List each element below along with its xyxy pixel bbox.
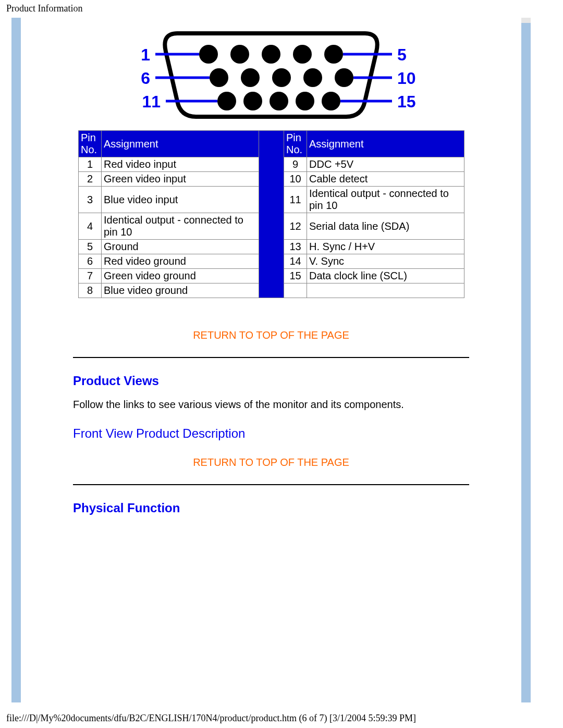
section-divider [73, 357, 469, 358]
pin-no: 5 [79, 240, 102, 254]
pin-no: 11 [284, 187, 307, 213]
svg-point-13 [296, 92, 314, 110]
pin-label-5: 5 [397, 45, 407, 64]
pin-assign: Identical output - connected to pin 10 [307, 187, 464, 213]
pin-no: 1 [79, 157, 102, 172]
svg-point-12 [270, 92, 288, 110]
product-views-text: Follow the links to see various views of… [73, 399, 469, 411]
pin-no: 6 [79, 254, 102, 269]
pin-label-10: 10 [397, 69, 416, 88]
pin-assign: Blue video ground [102, 283, 259, 298]
svg-point-11 [243, 92, 262, 110]
col-pin-no-2: Pin No. [284, 131, 307, 157]
pin-assign: Cable detect [307, 172, 464, 187]
footer-path: file:///D|/My%20documents/dfu/B2C/ENGLIS… [6, 713, 416, 724]
svg-point-2 [262, 45, 280, 64]
svg-point-1 [230, 45, 249, 64]
front-view-link[interactable]: Front View Product Description [73, 426, 245, 440]
pin-no: 13 [284, 240, 307, 254]
product-views-heading: Product Views [73, 374, 521, 388]
pin-assign: V. Sync [307, 254, 464, 269]
return-to-top-link[interactable]: RETURN TO TOP OF THE PAGE [193, 456, 349, 468]
pin-no: 2 [79, 172, 102, 187]
pin-assign: Green video input [102, 172, 259, 187]
pin-assign: Serial data line (SDA) [307, 213, 464, 240]
pin-no: 7 [79, 269, 102, 283]
svg-point-5 [210, 68, 228, 87]
pin-no: 3 [79, 187, 102, 213]
pin-no: 14 [284, 254, 307, 269]
svg-point-14 [322, 92, 340, 110]
pin-assign: Data clock line (SCL) [307, 269, 464, 283]
pin-no: 10 [284, 172, 307, 187]
svg-point-8 [303, 68, 322, 87]
pin-label-15: 15 [397, 92, 416, 111]
col-assignment-2: Assignment [307, 131, 464, 157]
svg-point-3 [293, 45, 312, 64]
pin-no: 4 [79, 213, 102, 240]
pin-label-6: 6 [141, 69, 150, 88]
pin-assign: Red video ground [102, 254, 259, 269]
pin-no: 8 [79, 283, 102, 298]
pin-no: 9 [284, 157, 307, 172]
pin-no: 12 [284, 213, 307, 240]
scrollbar-thumb[interactable] [521, 18, 531, 23]
pin-assign: Red video input [102, 157, 259, 172]
svg-point-0 [199, 45, 218, 64]
col-pin-no: Pin No. [79, 131, 102, 157]
pin-assign: DDC +5V [307, 157, 464, 172]
pin-assign: H. Sync / H+V [307, 240, 464, 254]
return-to-top-link[interactable]: RETURN TO TOP OF THE PAGE [193, 329, 349, 341]
inner-page: 1 6 11 5 10 15 Pin No. Assignment [21, 18, 521, 702]
table-divider [259, 131, 284, 298]
pin-assign: Green video ground [102, 269, 259, 283]
pin-label-1: 1 [141, 45, 150, 64]
svg-point-7 [272, 68, 291, 87]
empty-cell [307, 283, 464, 298]
table-header-row: Pin No. Assignment Pin No. Assignment [79, 131, 464, 157]
section-divider [73, 484, 469, 485]
empty-cell [284, 283, 307, 298]
svg-point-10 [217, 92, 236, 110]
pin-assign: Ground [102, 240, 259, 254]
svg-point-6 [241, 68, 260, 87]
pin-assign: Blue video input [102, 187, 259, 213]
connector-diagram: 1 6 11 5 10 15 [89, 23, 454, 127]
physical-function-heading: Physical Function [73, 501, 521, 515]
svg-point-9 [335, 68, 353, 87]
pin-label-11: 11 [142, 92, 161, 111]
pin-assignment-table: Pin No. Assignment Pin No. Assignment 1 … [78, 130, 464, 298]
svg-point-4 [324, 45, 343, 64]
page-title: Product Information [0, 0, 563, 14]
col-assignment: Assignment [102, 131, 259, 157]
pin-assign: Identical output - connected to pin 10 [102, 213, 259, 240]
content-frame: 1 6 11 5 10 15 Pin No. Assignment [11, 18, 531, 702]
pin-no: 15 [284, 269, 307, 283]
